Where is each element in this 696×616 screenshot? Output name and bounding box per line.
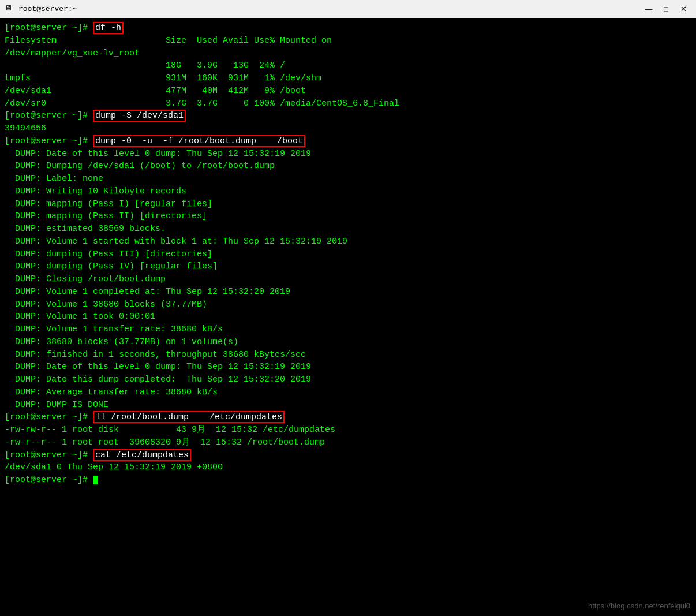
prompt-text: [root@server ~]# [5, 136, 93, 146]
terminal-line: DUMP: Writing 10 Kilobyte records [5, 185, 691, 198]
terminal-line: DUMP: dumping (Pass IV) [regular files] [5, 260, 691, 273]
terminal-line: tmpfs 931M 160K 931M 1% /dev/shm [5, 72, 691, 85]
terminal-line: -rw-rw-r-- 1 root disk 43 9月 12 15:32 /e… [5, 424, 691, 436]
title-left: 🖥 root@server:~ [5, 4, 77, 14]
prompt-text: [root@server ~]# [5, 111, 93, 121]
terminal-line: DUMP: mapping (Pass I) [regular files] [5, 198, 691, 211]
terminal-line: 39494656 [5, 122, 691, 135]
terminal-line: DUMP: dumping (Pass III) [directories] [5, 248, 691, 261]
terminal-line: /dev/sr0 3.7G 3.7G 0 100% /media/CentOS_… [5, 98, 691, 110]
cursor [93, 476, 98, 484]
prompt-text: [root@server ~]# [5, 450, 93, 460]
terminal-line: 18G 3.9G 13G 24% / [5, 59, 691, 72]
prompt-text: [root@server ~]# [5, 23, 93, 33]
terminal-line: -rw-r--r-- 1 root root 39608320 9月 12 15… [5, 436, 691, 449]
app-icon: 🖥 [5, 4, 15, 14]
terminal-line: Filesystem Size Used Avail Use% Mounted … [5, 35, 691, 47]
title-controls: — □ ✕ [641, 3, 691, 16]
terminal-line: DUMP: Volume 1 transfer rate: 38680 kB/s [5, 323, 691, 336]
maximize-button[interactable]: □ [658, 3, 674, 16]
terminal-line: /dev/mapper/vg_xue-lv_root [5, 47, 691, 60]
minimize-button[interactable]: — [641, 3, 657, 16]
prompt-text: [root@server ~]# [5, 475, 93, 485]
close-button[interactable]: ✕ [675, 3, 691, 16]
terminal-line: DUMP: Closing /root/boot.dump [5, 273, 691, 286]
window-title: root@server:~ [18, 5, 77, 13]
terminal-line: DUMP: 38680 blocks (37.77MB) on 1 volume… [5, 336, 691, 349]
terminal-line: /dev/sda1 0 Thu Sep 12 15:32:19 2019 +08… [5, 461, 691, 474]
command-text: df -h [93, 22, 124, 34]
terminal-line: DUMP: mapping (Pass II) [directories] [5, 210, 691, 223]
terminal-line: DUMP: Volume 1 38680 blocks (37.77MB) [5, 298, 691, 311]
terminal-line: DUMP: Volume 1 took 0:00:01 [5, 311, 691, 323]
terminal-line: DUMP: estimated 38569 blocks. [5, 223, 691, 236]
terminal-line: [root@server ~]# dump -S /dev/sda1 [5, 110, 691, 122]
prompt-text: [root@server ~]# [5, 412, 93, 422]
command-text: cat /etc/dumpdates [93, 449, 191, 461]
terminal-line: [root@server ~]# [5, 474, 691, 487]
terminal-line: DUMP: Date of this level 0 dump: Thu Sep… [5, 148, 691, 160]
terminal: [root@server ~]# df -hFilesystem Size Us… [0, 18, 696, 616]
terminal-line: /dev/sda1 477M 40M 412M 9% /boot [5, 85, 691, 98]
terminal-line: DUMP: Volume 1 completed at: Thu Sep 12 … [5, 286, 691, 298]
title-bar: 🖥 root@server:~ — □ ✕ [0, 0, 696, 18]
command-text: dump -0 -u -f /root/boot.dump /boot [93, 135, 305, 147]
terminal-line: [root@server ~]# dump -0 -u -f /root/boo… [5, 135, 691, 148]
terminal-line: DUMP: Date of this level 0 dump: Thu Sep… [5, 361, 691, 374]
terminal-line: DUMP: Dumping /dev/sda1 (/boot) to /root… [5, 160, 691, 173]
terminal-line: [root@server ~]# ll /root/boot.dump /etc… [5, 411, 691, 424]
terminal-line: DUMP: finished in 1 seconds, throughput … [5, 349, 691, 361]
terminal-line: DUMP: Date this dump completed: Thu Sep … [5, 374, 691, 386]
terminal-line: DUMP: Volume 1 started with block 1 at: … [5, 236, 691, 248]
terminal-line: DUMP: Label: none [5, 173, 691, 185]
command-text: dump -S /dev/sda1 [93, 110, 186, 122]
terminal-line: [root@server ~]# df -h [5, 22, 691, 35]
terminal-line: DUMP: DUMP IS DONE [5, 399, 691, 412]
terminal-line: DUMP: Average transfer rate: 38680 kB/s [5, 386, 691, 399]
command-text: ll /root/boot.dump /etc/dumpdates [93, 411, 285, 423]
watermark: https://blog.csdn.net/renfeigui0 [588, 602, 690, 610]
terminal-line: [root@server ~]# cat /etc/dumpdates [5, 449, 691, 462]
